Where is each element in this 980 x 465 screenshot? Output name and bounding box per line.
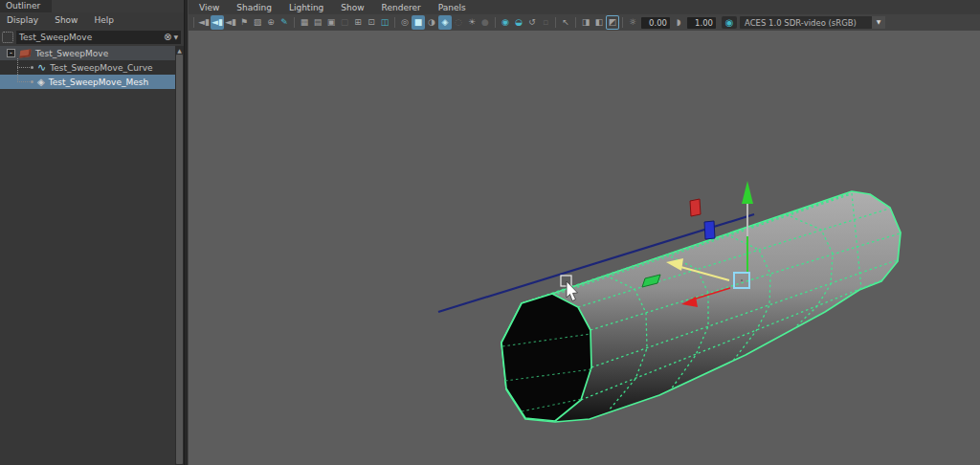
maya-window: Outliner Display Show Help Test_SweepMov… [0, 0, 980, 465]
search-dropdown-icon[interactable]: ▼ [173, 33, 178, 40]
outliner-menubar: Display Show Help [0, 12, 184, 28]
menu-show[interactable]: Show [55, 15, 78, 25]
tree-label[interactable]: Test_SweepMove_Curve [50, 63, 152, 73]
tab-outliner[interactable]: Outliner [0, 0, 52, 12]
sweep-group-icon [19, 49, 31, 57]
scrollbar-thumb[interactable] [176, 55, 183, 464]
resolution-gate-icon[interactable]: ▣ [324, 15, 338, 30]
exposure-icon[interactable]: ☼ [626, 15, 639, 30]
gamma-field[interactable]: 1.00 [687, 17, 716, 29]
outliner-scrollbar[interactable]: ▲ [175, 46, 184, 465]
planar-handle-z[interactable] [704, 221, 715, 239]
use-default-material-icon[interactable]: ◉ [499, 15, 512, 30]
scroll-up-icon[interactable]: ▲ [177, 46, 182, 55]
xray-active-components-icon[interactable]: ◧ [592, 15, 606, 30]
viewport-toolbar: ◄▮◄▮◄▮⚑▨⊕✎▦▤▣▢⊞⊡◫◎■◑◈◌☀●◉◒↺▫↖◨◧◩☼0.00◗1.… [189, 14, 980, 31]
collapse-icon[interactable]: - [7, 49, 15, 57]
outliner-search-row: Test_SweepMove ⊗ ▼ [0, 28, 184, 46]
viewport-panel: View Shading Lighting Show Renderer Pane… [189, 0, 980, 465]
tree-branch-line [17, 81, 30, 82]
textured-icon[interactable]: ◑ [425, 15, 438, 30]
bookmarks-icon[interactable]: ⚑ [237, 15, 251, 30]
tree-connector-line [17, 58, 18, 82]
mesh-front-cap[interactable] [501, 294, 591, 421]
safe-title-icon[interactable]: ◫ [378, 15, 391, 30]
menu-renderer[interactable]: Renderer [373, 3, 430, 12]
camera-attributes-icon[interactable]: ◄▮ [224, 15, 237, 30]
viewport[interactable] [189, 31, 980, 465]
ssao-icon[interactable]: ◌ [452, 15, 465, 30]
view-transform-dropdown[interactable]: ACES 1.0 SDR-video (sRGB)▼ [740, 16, 885, 29]
xray-icon[interactable]: ◨ [579, 15, 592, 30]
depth-of-field-icon[interactable]: ▫ [539, 15, 552, 30]
lights-icon[interactable]: ☀ [465, 15, 479, 30]
pan-zoom-icon[interactable]: ⊕ [264, 15, 278, 30]
outliner-tabbar: Outliner [0, 0, 184, 12]
tree-label[interactable]: Test_SweepMove_Mesh [49, 78, 148, 87]
lock-camera-icon[interactable]: ◄▮ [211, 15, 224, 30]
toolbar-separator [394, 17, 395, 28]
field-chart-icon[interactable]: ⊞ [351, 15, 365, 30]
color-management-icon[interactable]: ◉ [722, 16, 737, 29]
filter-icon[interactable] [2, 32, 13, 43]
outliner-tree-wrap: - Test_SweepMove ∿ Test_SweepMove_Curve … [0, 46, 184, 465]
outliner-tree: - Test_SweepMove ∿ Test_SweepMove_Curve … [0, 46, 175, 465]
grease-pencil-icon[interactable]: ✎ [278, 15, 291, 30]
tree-row-group[interactable]: - Test_SweepMove [0, 46, 175, 60]
gamma-icon[interactable]: ◗ [672, 15, 685, 30]
grid-icon[interactable]: ▦ [298, 15, 311, 30]
tree-row-curve[interactable]: ∿ Test_SweepMove_Curve [0, 60, 175, 75]
menu-panels[interactable]: Panels [430, 3, 475, 12]
search-value[interactable]: Test_SweepMove [19, 33, 164, 42]
planar-handle-x[interactable] [690, 199, 701, 216]
two-sided-lighting-icon[interactable]: ◒ [512, 15, 525, 30]
tree-label[interactable]: Test_SweepMove [35, 49, 108, 58]
manip-center-dot [741, 279, 743, 281]
poly-mesh-icon: ◈ [37, 77, 45, 87]
viewport-menubar: View Shading Lighting Show Renderer Pane… [189, 0, 980, 14]
exposure-field[interactable]: 0.00 [641, 17, 670, 29]
isolate-select-icon[interactable]: ↖ [559, 15, 572, 30]
select-camera-icon[interactable]: ◄▮ [197, 15, 211, 30]
film-gate-icon[interactable]: ▤ [311, 15, 324, 30]
shadows-icon[interactable]: ● [479, 15, 492, 30]
menu-lighting[interactable]: Lighting [280, 3, 332, 12]
shaded-icon[interactable]: ■ [412, 15, 425, 30]
menu-shading[interactable]: Shading [228, 3, 280, 12]
search-input[interactable]: Test_SweepMove ⊗ ▼ [16, 31, 181, 44]
tree-branch-line [17, 67, 30, 68]
toolbar-separator [575, 17, 576, 28]
menu-show[interactable]: Show [332, 3, 372, 12]
gate-mask-icon[interactable]: ▢ [338, 15, 351, 30]
safe-action-icon[interactable]: ⊡ [365, 15, 378, 30]
xray-joints-icon[interactable]: ◩ [606, 15, 619, 30]
nurbs-curve-icon: ∿ [37, 62, 46, 73]
clear-search-icon[interactable]: ⊗ [164, 33, 171, 42]
toolbar-separator [193, 17, 194, 28]
outliner-panel: Outliner Display Show Help Test_SweepMov… [0, 0, 184, 465]
view-transform-value: ACES 1.0 SDR-video (sRGB) [745, 18, 857, 28]
tree-node-dot [31, 66, 33, 69]
tree-node-dot [31, 80, 33, 83]
viewport-canvas [189, 31, 980, 465]
toolbar-separator [622, 17, 623, 28]
image-plane-icon[interactable]: ▨ [251, 15, 264, 30]
menu-display[interactable]: Display [7, 15, 38, 25]
use-all-lights-icon[interactable]: ◈ [438, 15, 452, 30]
tree-row-mesh-selected[interactable]: ◈ Test_SweepMove_Mesh [0, 75, 175, 89]
wireframe-icon[interactable]: ◎ [398, 15, 412, 30]
toolbar-separator [555, 17, 556, 28]
menu-help[interactable]: Help [94, 15, 114, 25]
axis-y-arrow[interactable] [742, 181, 753, 204]
menu-view[interactable]: View [190, 3, 228, 12]
chevron-down-icon[interactable]: ▼ [872, 16, 885, 29]
toolbar-separator [294, 17, 295, 28]
toolbar-separator [495, 17, 496, 28]
motion-blur-icon[interactable]: ↺ [525, 15, 539, 30]
